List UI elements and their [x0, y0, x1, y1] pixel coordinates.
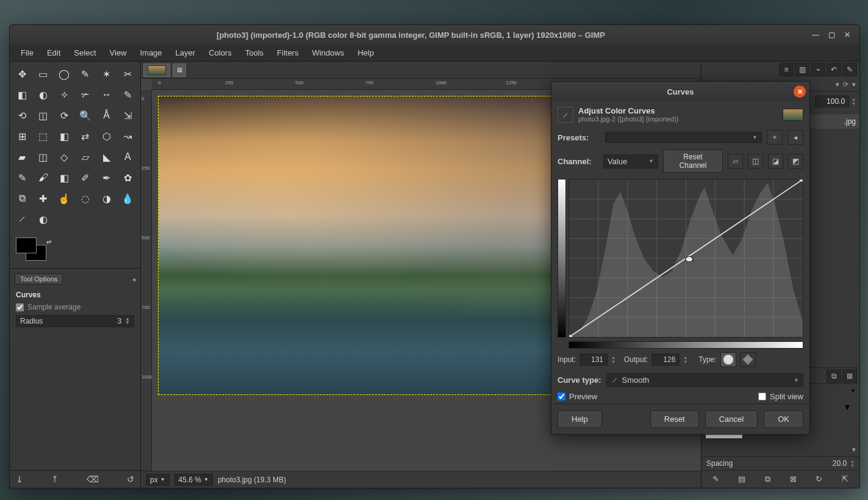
close-icon[interactable]: ✕	[794, 85, 806, 98]
blur-tool-icon[interactable]: ◌	[77, 190, 94, 207]
tool-options-tab[interactable]: Tool Options	[15, 274, 63, 284]
brush-tab-icon[interactable]: ✎	[842, 63, 857, 76]
warp-tool-icon[interactable]: ↝	[119, 128, 136, 145]
menu-edit[interactable]: Edit	[41, 46, 66, 60]
crop-tool-icon[interactable]: ✃	[77, 86, 94, 103]
radius-slider[interactable]: Radius 3 ▲▼	[16, 315, 134, 327]
paths-tab-icon[interactable]: ⌁	[811, 63, 825, 76]
histogram-lin-icon[interactable]: ◪	[768, 154, 783, 168]
reset-options-icon[interactable]: ↺	[127, 474, 134, 484]
menu-colors[interactable]: Colors	[203, 46, 238, 60]
ellipse-select-tool-icon[interactable]: ◯	[56, 65, 73, 82]
color-swatch[interactable]: ⇄	[16, 237, 52, 262]
paths-tool-icon[interactable]: ⟲	[13, 107, 30, 124]
dodge-tool-icon[interactable]: ◑	[98, 190, 115, 207]
align-tool-icon[interactable]: ⊞	[13, 128, 30, 145]
menu-windows[interactable]: Windows	[306, 46, 350, 60]
zoom-tool-icon[interactable]: 🔍	[77, 107, 94, 124]
eraser-tool-icon[interactable]: ◧	[56, 169, 73, 186]
curve-linear-icon[interactable]: ▱	[728, 154, 743, 168]
crop-alt-tool-icon[interactable]: ◫	[35, 107, 52, 124]
gradient-tool-icon[interactable]: ◣	[98, 148, 115, 165]
presets-dropdown[interactable]: ▼	[605, 132, 762, 143]
heal-tool-icon[interactable]: ✚	[35, 190, 52, 207]
split-view-checkbox[interactable]	[758, 393, 766, 400]
maximize-button[interactable]: ▢	[825, 29, 838, 41]
collapse-icon[interactable]: ◂	[132, 276, 135, 283]
foreground-color-swatch[interactable]	[16, 237, 37, 253]
menu-view[interactable]: View	[104, 46, 133, 60]
add-preset-icon[interactable]: +	[767, 130, 783, 145]
color-picker-tool-icon[interactable]: ✎	[119, 86, 136, 103]
dup-brush-icon[interactable]: ⧉	[765, 474, 770, 484]
minimize-button[interactable]: —	[809, 29, 822, 41]
reset-channel-button[interactable]: Reset Channel	[663, 150, 723, 173]
brush-expand-icon[interactable]: ▾	[852, 446, 856, 454]
lasso-tool-icon[interactable]: ✧	[56, 86, 73, 103]
menu-image[interactable]: Image	[134, 46, 168, 60]
open-brush-icon[interactable]: ⇱	[842, 474, 848, 484]
expand2-icon[interactable]: ▾	[852, 81, 856, 89]
levels-tool-icon[interactable]: ◐	[35, 211, 52, 228]
load-options-icon[interactable]: ⤒	[51, 474, 59, 484]
document-tab[interactable]	[143, 63, 170, 77]
move-tool-icon[interactable]: ✥	[13, 65, 30, 82]
measure-tool-icon[interactable]: ↔	[98, 86, 115, 103]
flip-tool-icon[interactable]: ⇄	[77, 128, 94, 145]
edit-brush-icon[interactable]: ✎	[712, 474, 719, 484]
paintbrush-tool-icon[interactable]: 🖌	[35, 169, 52, 186]
fuzzy-select-tool-icon[interactable]: ✶	[98, 65, 115, 82]
new-brush-icon[interactable]: ▤	[738, 474, 745, 484]
rotate-tool-icon[interactable]: ⟳	[56, 107, 73, 124]
measure-alt-icon[interactable]: Å	[98, 107, 115, 124]
delete-options-icon[interactable]: ⌫	[87, 474, 99, 484]
undo-tab-icon[interactable]: ↶	[827, 63, 841, 76]
curve-log-icon[interactable]: ◫	[748, 154, 763, 168]
curves-titlebar[interactable]: Curves ✕	[551, 82, 809, 101]
refresh-brush-icon[interactable]: ↻	[816, 474, 822, 484]
point-type-corner-icon[interactable]	[740, 352, 756, 367]
unit-selector[interactable]: px▼	[146, 474, 170, 486]
text-tool-icon[interactable]: A	[119, 148, 136, 165]
histogram-log-icon[interactable]: ◩	[788, 154, 803, 168]
input-value[interactable]: 131	[579, 353, 608, 366]
free-select-tool-icon[interactable]: ✎	[77, 65, 94, 82]
menu-filters[interactable]: Filters	[271, 46, 304, 60]
channels-tab-icon[interactable]: ▥	[795, 63, 809, 76]
del-brush-icon[interactable]: ⊠	[790, 474, 797, 484]
channel-dropdown[interactable]: Value▼	[603, 154, 658, 168]
menu-tools[interactable]: Tools	[239, 46, 270, 60]
opacity-value[interactable]: 100.0	[815, 95, 849, 107]
cancel-button[interactable]: Cancel	[705, 410, 758, 428]
point-type-smooth-icon[interactable]	[720, 352, 736, 367]
help-button[interactable]: Help	[558, 410, 602, 428]
menu-help[interactable]: Help	[351, 46, 380, 60]
sample-average-checkbox[interactable]	[16, 303, 24, 311]
foreground-tool-icon[interactable]: ◐	[35, 86, 52, 103]
cage-tool-icon[interactable]: ⬡	[98, 128, 115, 145]
menu-layer[interactable]: Layer	[170, 46, 202, 60]
close-doc-icon[interactable]: ⊠	[173, 63, 186, 77]
duplicate-icon[interactable]: ⧉	[827, 369, 841, 383]
rect-select-tool-icon[interactable]: ▭	[35, 65, 52, 82]
spacing-row[interactable]: Spacing 20.0 ▲▼	[701, 456, 859, 470]
ink-tool-icon[interactable]: ✒	[98, 169, 115, 186]
close-button[interactable]: ✕	[841, 29, 853, 41]
menu-file[interactable]: File	[15, 46, 40, 60]
save-options-icon[interactable]: ⤓	[16, 474, 23, 484]
droplet-tool-icon[interactable]: 💧	[119, 190, 136, 207]
ruler-vertical[interactable]: 0 250 500 750 1000	[141, 90, 152, 471]
reset-button[interactable]: Reset	[650, 410, 699, 428]
output-value[interactable]: 126	[651, 353, 680, 366]
mypaint-tool-icon[interactable]: ✿	[119, 169, 136, 186]
delete-icon[interactable]: ⊠	[842, 369, 857, 383]
handle-transform-icon[interactable]: ◇	[56, 148, 73, 165]
perspective-tool-icon[interactable]: ◧	[56, 128, 73, 145]
preview-checkbox[interactable]	[558, 393, 565, 400]
shear-tool-icon[interactable]: ⇲	[119, 107, 136, 124]
unified-transform-icon[interactable]: ◫	[35, 148, 52, 165]
scissors-tool-icon[interactable]: ✂	[119, 65, 136, 82]
pencil-tool-icon[interactable]: ✎	[13, 169, 30, 186]
3d-transform-icon[interactable]: ▱	[77, 148, 94, 165]
scale-tool-icon[interactable]: ⬚	[35, 128, 52, 145]
